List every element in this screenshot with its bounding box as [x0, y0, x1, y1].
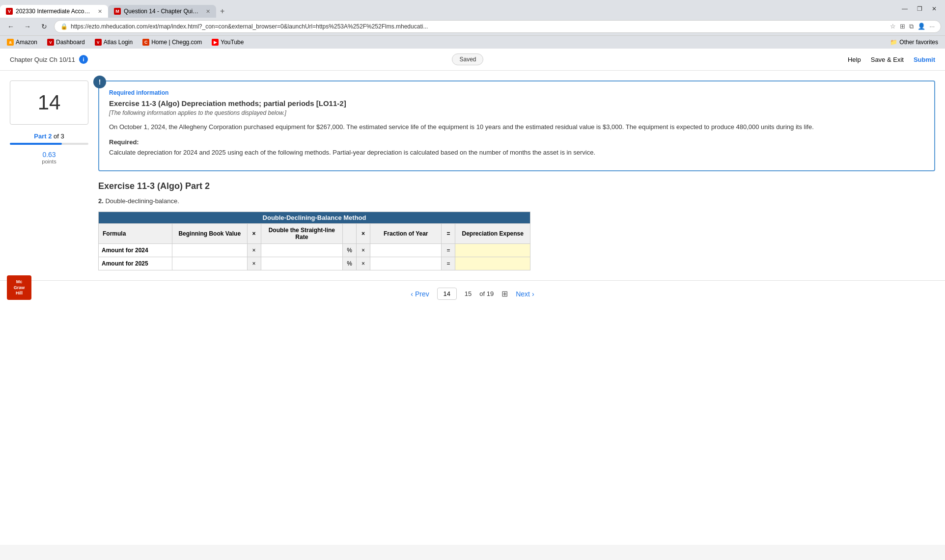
row2024-foy-input[interactable]	[373, 246, 438, 255]
question-number-label: 2.	[98, 197, 104, 205]
tab2-icon: M	[114, 8, 121, 15]
minimize-button[interactable]: —	[898, 2, 912, 16]
logo-line3: Hill	[16, 291, 23, 296]
col-eq: =	[442, 224, 455, 244]
row2025-bv-cell[interactable]	[172, 257, 248, 270]
prev-button[interactable]: ‹ Prev	[411, 290, 429, 298]
logo-line1: Mc	[16, 279, 23, 285]
forward-button[interactable]: →	[21, 20, 34, 33]
col-formula: Formula	[99, 224, 172, 244]
more-icon[interactable]: ···	[929, 23, 935, 30]
part-progress-bar	[10, 143, 88, 145]
reader-icon[interactable]: ⊞	[900, 23, 905, 30]
row2024-rate-input[interactable]	[264, 246, 340, 255]
row2024-bv-input[interactable]	[175, 246, 244, 255]
current-page-input[interactable]	[437, 288, 457, 300]
row2025-x1: ×	[247, 257, 261, 270]
row2025-label: Amount for 2025	[99, 257, 172, 270]
other-favorites[interactable]: 📁 Other favorites	[887, 38, 941, 47]
logo-line2: Graw	[14, 285, 25, 291]
info-icon[interactable]: i	[79, 55, 88, 64]
mcgraw-logo: Mc Graw Hill	[7, 275, 31, 300]
grid-icon[interactable]: ⊞	[501, 289, 508, 298]
other-favorites-label: Other favorites	[899, 39, 938, 46]
next-arrow-icon: ›	[532, 290, 534, 298]
help-link[interactable]: Help	[848, 56, 861, 63]
youtube-icon: ▶	[212, 39, 219, 46]
row-2025: Amount for 2025 × % × =	[99, 257, 530, 270]
bookmark-youtube[interactable]: ▶ YouTube	[209, 38, 247, 47]
prev-arrow-icon: ‹	[411, 290, 413, 298]
row2025-rate-input[interactable]	[264, 259, 340, 268]
row2024-x2: ×	[357, 244, 370, 257]
bookmark-chegg[interactable]: C Home | Chegg.com	[139, 38, 205, 47]
profile-icon[interactable]: 👤	[917, 23, 925, 30]
bookmarks-bar: a Amazon V Dashboard V Atlas Login C Hom…	[0, 35, 945, 49]
col-bv: Beginning Book Value	[172, 224, 248, 244]
part-number: 2	[48, 133, 52, 140]
row2025-bv-input[interactable]	[175, 259, 244, 268]
next-label: Next	[516, 290, 530, 298]
bookmark-amazon[interactable]: a Amazon	[4, 38, 40, 47]
row2025-result-cell[interactable]	[455, 257, 530, 270]
refresh-button[interactable]: ↻	[37, 20, 51, 33]
page-separator: 15	[465, 290, 472, 297]
bookmark-dashboard[interactable]: V Dashboard	[44, 38, 88, 47]
quiz-title: Chapter Quiz Ch 10/11	[10, 56, 75, 63]
row2024-result-cell[interactable]	[455, 244, 530, 257]
row2024-label: Amount for 2024	[99, 244, 172, 257]
row2025-foy-cell[interactable]	[370, 257, 442, 270]
star-icon[interactable]: ☆	[890, 23, 896, 30]
next-button[interactable]: Next ›	[516, 290, 534, 298]
tab-1[interactable]: V 202330 Intermediate Accounting ✕	[0, 5, 108, 18]
row2025-result-input[interactable]	[458, 259, 527, 268]
exercise-section-title: Exercise 11-3 (Algo) Part 2	[98, 181, 935, 191]
part-label: Part	[34, 133, 46, 140]
exercise-subtitle: [The following information applies to th…	[109, 109, 924, 116]
row2024-rate-cell[interactable]	[261, 244, 343, 257]
prev-label: Prev	[415, 290, 429, 298]
bottom-nav: Mc Graw Hill ‹ Prev 15 of 19 ⊞ Next ›	[0, 280, 945, 307]
page-content: Chapter Quiz Ch 10/11 i Saved Help Save …	[0, 49, 945, 545]
row2024-foy-cell[interactable]	[370, 244, 442, 257]
atlas-icon: V	[95, 39, 102, 46]
tab2-close[interactable]: ✕	[206, 8, 210, 15]
back-button[interactable]: ←	[4, 20, 18, 33]
chegg-label: Home | Chegg.com	[151, 39, 202, 46]
save-exit-link[interactable]: Save & Exit	[871, 56, 904, 63]
new-tab-button[interactable]: +	[216, 5, 228, 18]
question-number: 14	[20, 91, 78, 114]
submit-button[interactable]: Submit	[914, 56, 935, 63]
other-favorites-folder-icon: 📁	[890, 39, 897, 46]
dashboard-icon: V	[47, 39, 54, 46]
row2025-rate-cell[interactable]	[261, 257, 343, 270]
row2024-bv-cell[interactable]	[172, 244, 248, 257]
saved-badge: Saved	[452, 53, 483, 65]
row2024-result-input[interactable]	[458, 246, 527, 255]
part-progress-fill	[10, 143, 62, 145]
part-current: Part 2	[34, 133, 54, 140]
tab1-close[interactable]: ✕	[98, 8, 102, 15]
amazon-icon: a	[7, 39, 14, 46]
table-header: Double-Declining-Balance Method	[99, 212, 530, 224]
row2025-eq: =	[442, 257, 455, 270]
extensions-icon[interactable]: ⧉	[909, 23, 914, 30]
row-2024: Amount for 2024 × % × =	[99, 244, 530, 257]
content-panel: ! Required information Exercise 11-3 (Al…	[98, 80, 935, 270]
row2024-x1: ×	[247, 244, 261, 257]
row2025-foy-input[interactable]	[373, 259, 438, 268]
maximize-button[interactable]: ❐	[913, 2, 926, 16]
question-label: 2. Double-declining-balance.	[98, 197, 935, 205]
bookmark-atlas[interactable]: V Atlas Login	[92, 38, 136, 47]
points-value: 0.63	[10, 151, 88, 159]
left-panel: 14 Part 2 of 3 0.63 points	[10, 80, 88, 270]
address-bar[interactable]: 🔒 https://ezto.mheducation.com/ext/map/i…	[54, 20, 941, 33]
close-button[interactable]: ✕	[927, 2, 941, 16]
chegg-icon: C	[142, 39, 149, 46]
row2025-pct: %	[343, 257, 357, 270]
ddb-table: Double-Declining-Balance Method Formula …	[98, 212, 530, 270]
tab1-title: 202330 Intermediate Accounting	[16, 8, 93, 15]
tab-2[interactable]: M Question 14 - Chapter Quiz Ch 1 ✕	[108, 5, 216, 18]
url-text: https://ezto.mheducation.com/ext/map/ind…	[71, 23, 887, 30]
points-label: points	[10, 159, 88, 164]
